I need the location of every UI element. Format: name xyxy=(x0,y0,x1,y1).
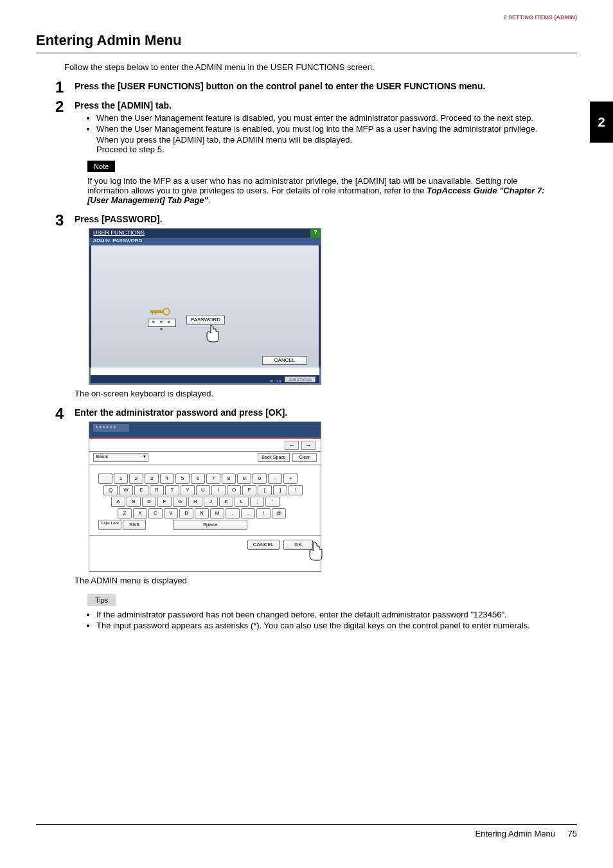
shift-key[interactable]: Shift xyxy=(123,520,146,530)
step-4: 4 Enter the administrator password and p… xyxy=(75,407,577,630)
key[interactable]: - xyxy=(268,474,282,484)
keyboard-toolbar: Basic Back Space Clear xyxy=(89,452,321,465)
key[interactable]: R xyxy=(150,485,164,495)
key[interactable]: C xyxy=(148,508,163,518)
entry-field[interactable]: ****** xyxy=(93,424,129,432)
keyboard-screen: ****** ← → Basic Back Space Clear `12345… xyxy=(89,421,321,572)
key[interactable]: I xyxy=(211,485,226,495)
title-text: USER FUNCTIONS xyxy=(93,229,145,236)
svg-rect-2 xyxy=(152,310,153,315)
pointer-hand-icon xyxy=(305,540,324,562)
key[interactable]: Y xyxy=(181,485,195,495)
step-after-text: The on-screen keyboard is displayed. xyxy=(75,389,577,398)
mode-select[interactable]: Basic xyxy=(93,453,148,462)
key[interactable]: E xyxy=(134,485,148,495)
password-field[interactable]: ＊＊＊＊ xyxy=(148,319,176,327)
key[interactable]: 9 xyxy=(237,474,251,484)
key[interactable]: P xyxy=(242,485,256,495)
time-label: 10 : 23 xyxy=(269,379,281,383)
step-number: 2 xyxy=(55,98,64,116)
key[interactable]: X xyxy=(133,508,147,518)
key[interactable]: Z xyxy=(118,508,132,518)
note-body: If you log into the MFP as a user who ha… xyxy=(87,176,558,205)
capslock-key[interactable]: Caps Lock xyxy=(98,520,121,530)
arrow-right-button[interactable]: → xyxy=(301,441,315,450)
key[interactable]: + xyxy=(283,474,298,484)
job-status-button[interactable]: JOB STATUS xyxy=(285,376,315,382)
page-footer: Entering Admin Menu 75 xyxy=(36,824,577,838)
key[interactable]: F xyxy=(157,497,172,507)
key[interactable]: , xyxy=(226,508,240,518)
arrow-left-button[interactable]: ← xyxy=(285,441,299,450)
key[interactable]: . xyxy=(241,508,255,518)
window-title: USER FUNCTIONS ? xyxy=(89,229,321,238)
keyboard-area: `1234567890-+ QWERTYUIOP[]\ ASDFGHJKL;' … xyxy=(89,465,321,535)
key[interactable]: 4 xyxy=(160,474,174,484)
tip-bullet: If the administrator password has not be… xyxy=(96,610,577,619)
key[interactable]: W xyxy=(119,485,133,495)
key[interactable]: G xyxy=(173,497,187,507)
key[interactable]: T xyxy=(165,485,179,495)
backspace-button[interactable]: Back Space xyxy=(258,453,290,462)
step-title: Press the [USER FUNCTIONS] button on the… xyxy=(75,81,577,91)
step-1: 1 Press the [USER FUNCTIONS] button on t… xyxy=(75,81,577,91)
page-number: 75 xyxy=(568,829,577,838)
key[interactable]: U xyxy=(196,485,210,495)
key[interactable]: @ xyxy=(272,508,286,518)
footer-label: Entering Admin Menu xyxy=(475,829,555,838)
svg-point-0 xyxy=(163,308,170,315)
key[interactable]: K xyxy=(219,497,233,507)
key[interactable]: H xyxy=(188,497,202,507)
key[interactable]: \ xyxy=(289,485,303,495)
key[interactable]: M xyxy=(210,508,224,518)
intro-text: Follow the steps below to enter the ADMI… xyxy=(64,62,577,72)
key[interactable]: ] xyxy=(273,485,287,495)
step-number: 3 xyxy=(55,211,64,229)
key[interactable]: 7 xyxy=(206,474,220,484)
key[interactable]: 2 xyxy=(129,474,143,484)
status-bar: 10 : 23 JOB STATUS xyxy=(91,375,319,383)
key[interactable]: 3 xyxy=(145,474,159,484)
bullet: When the User Management feature is disa… xyxy=(96,113,577,123)
key[interactable]: V xyxy=(164,508,178,518)
key[interactable]: ; xyxy=(250,497,264,507)
pointer-hand-icon xyxy=(203,324,221,343)
note-tail: . xyxy=(208,195,211,205)
key[interactable]: 1 xyxy=(114,474,128,484)
key[interactable]: D xyxy=(142,497,156,507)
entry-bar: ****** xyxy=(89,422,321,438)
key[interactable]: [ xyxy=(258,485,272,495)
key[interactable]: ' xyxy=(265,497,280,507)
page-title: Entering Admin Menu xyxy=(36,32,577,53)
key[interactable]: 0 xyxy=(253,474,267,484)
help-icon[interactable]: ? xyxy=(310,229,321,238)
password-screen: USER FUNCTIONS ? ADMIN. PASSWORD ＊＊＊＊ PA… xyxy=(89,228,321,385)
key[interactable]: L xyxy=(235,497,249,507)
svg-rect-3 xyxy=(155,310,156,314)
cancel-button[interactable]: CANCEL xyxy=(247,540,280,550)
key[interactable]: Q xyxy=(103,485,118,495)
key[interactable]: 5 xyxy=(175,474,190,484)
keyboard-footer: CANCEL OK xyxy=(89,535,321,556)
key[interactable]: N xyxy=(195,508,209,518)
key[interactable]: O xyxy=(227,485,241,495)
key[interactable]: S xyxy=(127,497,141,507)
step-title: Press the [ADMIN] tab. xyxy=(75,100,577,111)
header-breadcrumb: 2 SETTING ITEMS (ADMIN) xyxy=(504,14,578,21)
clear-button[interactable]: Clear xyxy=(292,453,317,462)
step-title: Enter the administrator password and pre… xyxy=(75,407,577,418)
sub-line: When you press the [ADMIN] tab, the ADMI… xyxy=(96,135,577,145)
bullet: When the User Management feature is enab… xyxy=(96,124,577,134)
key[interactable]: A xyxy=(111,497,125,507)
space-key[interactable]: Space xyxy=(173,520,247,530)
sub-line: Proceed to step 5. xyxy=(96,145,577,154)
key[interactable]: J xyxy=(204,497,218,507)
key[interactable]: B xyxy=(179,508,193,518)
key[interactable]: 8 xyxy=(222,474,236,484)
tips-badge: Tips xyxy=(87,594,116,606)
key[interactable]: / xyxy=(256,508,271,518)
cancel-button[interactable]: CANCEL xyxy=(262,356,307,365)
key[interactable]: ` xyxy=(98,474,112,484)
key-icon xyxy=(149,306,171,317)
key[interactable]: 6 xyxy=(191,474,205,484)
